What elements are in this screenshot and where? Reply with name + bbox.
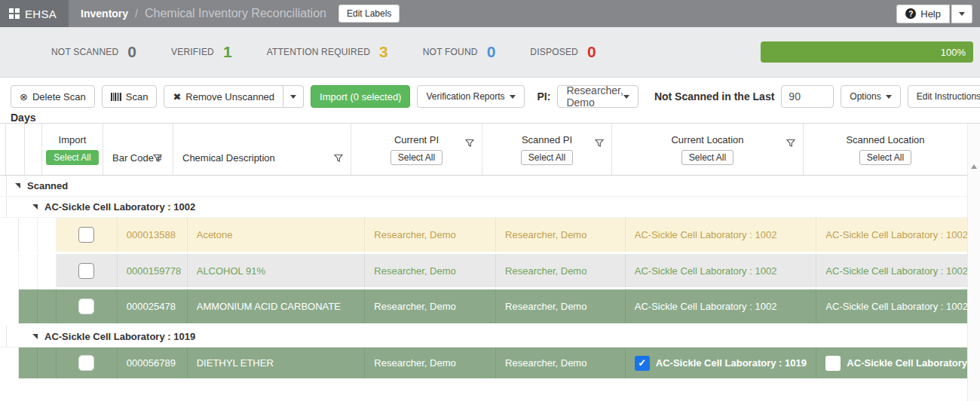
chemical-description-cell: AMMONIUM ACID CARBONATE xyxy=(188,289,366,323)
remove-unscanned-dropdown-button[interactable] xyxy=(283,85,304,108)
filter-icon[interactable] xyxy=(786,139,795,148)
bar-code-cell: 000025478 xyxy=(118,289,188,323)
column-header-scanned-pi: Scanned PI Select All xyxy=(482,124,612,175)
breadcrumb-inventory[interactable]: Inventory xyxy=(81,8,128,20)
pi-label: PI: xyxy=(537,90,551,103)
current-location-select-all-button[interactable]: Select All xyxy=(681,150,733,165)
verification-reports-button[interactable]: Verification Reports xyxy=(417,85,524,108)
help-button[interactable]: ? Help xyxy=(896,5,950,23)
barcode-icon xyxy=(111,92,121,102)
pi-select[interactable]: Researcher, Demo xyxy=(557,85,638,108)
chevron-down-icon xyxy=(510,95,516,99)
days-suffix-label: Days xyxy=(11,112,971,124)
chemical-description-cell: Acetone xyxy=(188,218,366,252)
status-summary-band: NOT SCANNED 0 VERIFIED 1 ATTENTION REQUI… xyxy=(0,27,980,77)
row-checkbox[interactable] xyxy=(78,263,94,279)
import-label: Import (0 selected) xyxy=(320,91,401,103)
chemical-description-cell: ALCOHOL 91% xyxy=(188,254,366,287)
scanned-location-cell: AC-Sickle Cell Laboratory : 1002 xyxy=(816,218,980,252)
current-pi-header-label: Current PI xyxy=(394,134,439,145)
counter-value: 1 xyxy=(223,43,232,61)
options-button[interactable]: Options xyxy=(841,85,900,108)
column-header-bar-code: Bar Code # xyxy=(103,124,173,175)
counter-value: 0 xyxy=(127,43,136,61)
chemical-description-header-label: Chemical Description xyxy=(182,152,275,164)
counter-value: 3 xyxy=(379,43,388,61)
help-dropdown-button[interactable] xyxy=(951,5,972,23)
edit-instructions-button[interactable]: Edit Instructions xyxy=(908,85,980,108)
counter-not-scanned: NOT SCANNED 0 xyxy=(51,43,136,61)
counter-label: NOT FOUND xyxy=(423,47,478,57)
scanned-location-cell: AC-Sickle Cell Laboratory : 1002 xyxy=(816,347,980,378)
import-select-all-button[interactable]: Select All xyxy=(46,150,98,165)
grid-vertical-scrollbar[interactable] xyxy=(967,124,980,401)
chemical-description-cell: DIETHYL ETHER xyxy=(188,347,366,378)
row-checkbox[interactable] xyxy=(78,355,94,371)
counter-label: VERIFIED xyxy=(171,47,214,57)
current-location-label: AC-Sickle Cell Laboratory : 1019 xyxy=(656,357,807,369)
import-header-label: Import xyxy=(59,134,87,145)
bar-code-cell: 000013588 xyxy=(118,218,188,252)
counter-value: 0 xyxy=(487,43,496,61)
location-checkbox-unchecked[interactable] xyxy=(825,356,841,371)
column-header-current-location: Current Location Select All xyxy=(612,124,804,175)
scanned-location-header-label: Scanned Location xyxy=(846,134,924,145)
row-checkbox[interactable] xyxy=(78,298,94,314)
edit-labels-button[interactable]: Edit Labels xyxy=(338,5,400,23)
counter-attention-required: ATTENTION REQUIRED 3 xyxy=(267,43,388,61)
delete-scan-button[interactable]: ⊗ Delete Scan xyxy=(11,85,95,108)
filter-icon[interactable] xyxy=(153,154,162,163)
group-label: Scanned xyxy=(27,180,68,191)
current-location-cell: AC-Sickle Cell Laboratory : 1002 xyxy=(626,254,817,287)
circle-x-icon: ⊗ xyxy=(20,92,28,102)
filter-icon[interactable] xyxy=(465,139,474,148)
current-pi-cell: Researcher, Demo xyxy=(365,218,496,252)
completion-progress-bar: 100% xyxy=(761,41,973,63)
scanned-location-cell: AC-Sickle Cell Laboratory : 1002 xyxy=(816,254,980,287)
filter-icon[interactable] xyxy=(334,154,343,163)
filter-icon[interactable] xyxy=(595,139,604,148)
current-location-cell: AC-Sickle Cell Laboratory : 1002 xyxy=(626,289,817,323)
scroll-up-arrow-icon[interactable] xyxy=(971,164,977,169)
scan-button[interactable]: Scan xyxy=(102,85,158,108)
chevron-down-icon xyxy=(623,95,629,99)
chevron-down-icon xyxy=(886,95,892,99)
breadcrumb-separator: / xyxy=(135,8,138,20)
not-scanned-in-last-label: Not Scanned in the Last xyxy=(654,90,774,103)
remove-unscanned-button[interactable]: ✖ Remove Unscanned xyxy=(164,85,283,108)
group-row-lab-1002[interactable]: AC-Sickle Cell Laboratory : 1002 xyxy=(0,197,980,218)
days-input[interactable] xyxy=(781,85,834,108)
toolbar: ⊗ Delete Scan Scan ✖ Remove Unscanned Im… xyxy=(0,77,980,124)
group-label: AC-Sickle Cell Laboratory : 1019 xyxy=(44,331,195,342)
scanned-location-select-all-button[interactable]: Select All xyxy=(859,150,911,165)
counter-label: ATTENTION REQUIRED xyxy=(267,47,370,57)
app-grid-icon xyxy=(9,8,20,19)
counter-label: DISPOSED xyxy=(530,47,578,57)
scanned-pi-cell: Researcher, Demo xyxy=(496,347,626,378)
edit-instructions-label: Edit Instructions xyxy=(917,91,980,102)
group-row-scanned[interactable]: Scanned xyxy=(0,176,980,197)
location-checkbox-checked[interactable]: ✓ xyxy=(635,356,650,371)
scanned-pi-select-all-button[interactable]: Select All xyxy=(521,150,573,165)
remove-unscanned-split-button: ✖ Remove Unscanned xyxy=(164,85,304,108)
ehsa-logo[interactable]: EHSA xyxy=(0,0,69,27)
check-icon: ✓ xyxy=(638,357,646,369)
pi-selected-value: Researcher, Demo xyxy=(566,84,623,109)
scanned-pi-header-label: Scanned PI xyxy=(522,134,572,145)
bar-code-cell: 0000159778 xyxy=(118,254,188,287)
table-row: 000056789 DIETHYL ETHER Researcher, Demo… xyxy=(0,347,980,378)
column-header-current-pi: Current PI Select All xyxy=(351,124,482,175)
current-pi-select-all-button[interactable]: Select All xyxy=(390,150,443,165)
grid-header-row: Import Select All Bar Code # Chemical De… xyxy=(0,124,980,176)
current-pi-cell: Researcher, Demo xyxy=(365,254,496,287)
import-button[interactable]: Import (0 selected) xyxy=(311,85,410,108)
row-checkbox[interactable] xyxy=(78,227,94,243)
chevron-down-icon xyxy=(290,95,296,99)
progress-percent: 100% xyxy=(941,47,966,58)
reconciliation-grid: Import Select All Bar Code # Chemical De… xyxy=(0,124,980,401)
group-label: AC-Sickle Cell Laboratory : 1002 xyxy=(44,201,195,213)
scanned-pi-cell: Researcher, Demo xyxy=(496,254,626,287)
column-header-scanned-location: Scanned Location Select All xyxy=(804,124,967,175)
group-row-lab-1019[interactable]: AC-Sickle Cell Laboratory : 1019 xyxy=(0,326,980,347)
question-icon: ? xyxy=(905,8,916,19)
